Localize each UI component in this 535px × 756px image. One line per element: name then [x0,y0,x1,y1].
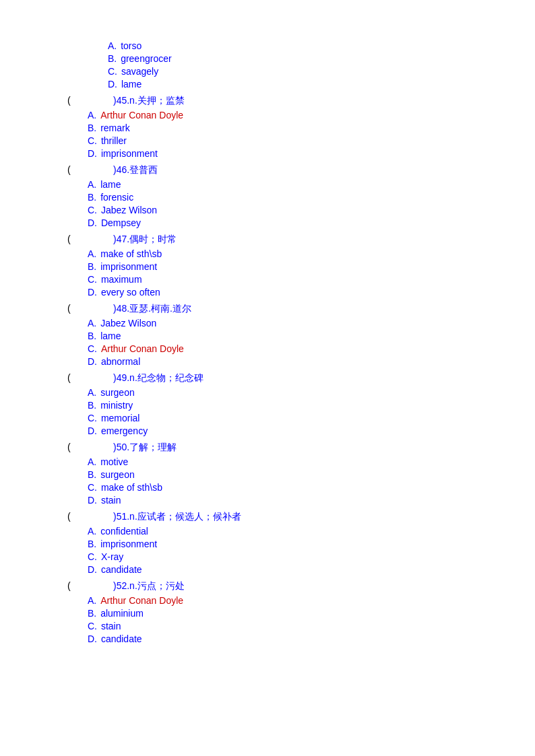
option-text: imprisonment [101,148,158,159]
option-line: D. Dempsey [88,217,535,228]
bracket-left: ( [67,511,75,522]
bracket-left: ( [67,164,75,175]
option-text: candidate [101,564,142,575]
bracket-left: ( [67,95,75,106]
answer-blank [78,303,112,314]
question-block-q50: ( )50.了解；理解A. motiveB. surgeonC. make of… [0,442,535,506]
option-text: confidential [100,526,148,537]
question-block-q51: ( )51.n.应试者；候选人；候补者A. confidentialB. imp… [0,511,535,575]
answer-blank [78,372,112,383]
answer-blank [78,95,112,106]
option-line: C. make of sth\sb [88,482,535,493]
question-line: ( )50.了解；理解 [67,442,535,454]
option-letter: C. [88,274,100,285]
option-letter: B. [88,539,99,549]
option-line: B. imprisonment [88,539,535,549]
question-line: ( )45.n.关押；监禁 [67,95,535,107]
option-line: A. Arthur Conan Doyle [88,110,535,121]
option-text: Jabez Wilson [100,318,156,329]
option-letter: D. [88,217,100,228]
options-list: A. make of sth\sbB. imprisonmentC. maxim… [88,248,535,298]
option-text: ministry [100,400,133,411]
option-text: Arthur Conan Doyle [101,343,184,354]
option-letter: B. [88,608,99,619]
option-letter: D. [88,287,100,298]
standalone-option: D. lame [108,79,535,90]
option-letter: A. [88,110,99,121]
option-text: aluminium [100,608,144,619]
question-line: ( )47.偶时；时常 [67,234,535,246]
answer-blank [78,164,112,175]
question-block-q49: ( )49.n.纪念物；纪念碑A. surgeonB. ministryC. m… [0,372,535,436]
options-list: A. surgeonB. ministryC. memorialD. emerg… [88,387,535,436]
question-line: ( )48.亚瑟.柯南.道尔 [67,303,535,315]
question-text: )48.亚瑟.柯南.道尔 [113,303,191,315]
option-letter: B. [88,123,99,133]
question-line: ( )46.登普西 [67,164,535,176]
option-line: C. Jabez Wilson [88,205,535,215]
option-letter: B. [88,400,99,411]
question-block-q52: ( )52.n.污点；污处A. Arthur Conan DoyleB. alu… [0,580,535,644]
option-letter: C. [88,621,100,631]
answer-blank [78,442,112,452]
question-text: )51.n.应试者；候选人；候补者 [113,511,241,523]
bracket-left: ( [67,234,75,244]
option-letter: D. [88,495,100,506]
option-text: lame [100,331,121,341]
option-line: B. remark [88,123,535,133]
option-line: B. aluminium [88,608,535,619]
option-line: B. imprisonment [88,261,535,272]
option-letter: D. [88,148,100,159]
option-letter: C. [88,482,100,493]
option-text: maximum [101,274,142,285]
bracket-left: ( [67,372,75,383]
bracket-left: ( [67,442,75,452]
option-text: imprisonment [100,261,157,272]
standalone-option: B. greengrocer [108,53,535,64]
standalone-option: C. savagely [108,66,535,77]
option-letter: D. [108,79,120,90]
option-letter: C. [88,343,100,354]
option-line: C. stain [88,621,535,631]
option-line: A. surgeon [88,387,535,398]
option-line: A. Jabez Wilson [88,318,535,329]
option-text: Jabez Wilson [101,205,157,215]
option-text: lame [100,179,121,190]
option-text: X-ray [101,551,123,562]
option-letter: A. [88,318,99,329]
option-letter: A. [88,248,99,259]
question-text: )45.n.关押；监禁 [113,95,185,107]
option-letter: D. [88,425,100,436]
option-text: surgeon [100,387,135,398]
option-line: D. imprisonment [88,148,535,159]
standalone-options-block: A. torsoB. greengrocerC. savagelyD. lame [0,40,535,90]
option-line: A. confidential [88,526,535,537]
answer-blank [78,511,112,522]
option-letter: B. [88,331,99,341]
option-text: Arthur Conan Doyle [100,595,183,606]
option-letter: A. [108,40,119,51]
option-text: surgeon [100,469,135,480]
option-letter: C. [88,551,100,562]
bracket-left: ( [67,303,75,314]
answer-blank [78,580,112,591]
option-line: D. abnormal [88,356,535,367]
question-text: )46.登普西 [113,164,158,176]
option-line: A. lame [88,179,535,190]
option-line: B. surgeon [88,469,535,480]
option-line: D. candidate [88,633,535,644]
question-text: )49.n.纪念物；纪念碑 [113,372,203,384]
option-letter: B. [88,261,99,272]
option-text: memorial [101,413,140,423]
option-letter: A. [88,179,99,190]
option-text: motive [100,456,128,467]
option-line: B. ministry [88,400,535,411]
questions-container: ( )45.n.关押；监禁A. Arthur Conan DoyleB. rem… [0,95,535,644]
option-letter: D. [88,356,100,367]
option-line: B. forensic [88,192,535,203]
option-letter: B. [88,192,99,203]
standalone-option: A. torso [108,40,535,51]
option-text: stain [101,621,121,631]
option-line: C. thriller [88,135,535,146]
option-line: D. emergency [88,425,535,436]
